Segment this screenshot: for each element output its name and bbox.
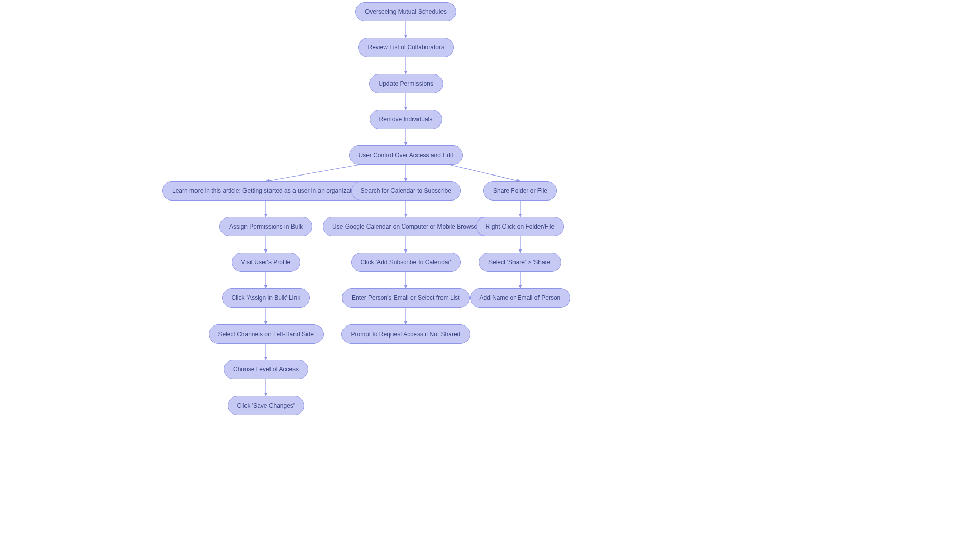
flowchart-node: Learn more in this article: Getting star… (162, 181, 370, 201)
flowchart-node: Click 'Save Changes' (228, 396, 305, 415)
flowchart-node: Prompt to Request Access if Not Shared (341, 324, 471, 344)
flowchart-node: Add Name or Email of Person (470, 288, 571, 308)
flowchart-node: Select 'Share' > 'Share' (479, 253, 561, 272)
flowchart-node: Right-Click on Folder/File (476, 217, 565, 236)
flowchart-node: Assign Permissions in Bulk (219, 217, 312, 236)
flowchart-edge (440, 163, 520, 181)
flowchart-edge (266, 163, 372, 181)
flowchart-node: Visit User's Profile (232, 253, 301, 272)
flowchart-node: Remove Individuals (370, 110, 443, 129)
flowchart-node: Click 'Add Subscribe to Calendar' (351, 253, 461, 272)
flowchart-node: Choose Level of Access (224, 360, 308, 379)
flowchart-node: Enter Person's Email or Select from List (342, 288, 470, 308)
flowchart-node: Select Channels on Left-Hand Side (209, 324, 324, 344)
flowchart-node: Search for Calendar to Subscribe (351, 181, 461, 201)
flowchart-node: Use Google Calendar on Computer or Mobil… (323, 217, 489, 236)
flowchart-node: User Control Over Access and Edit (349, 145, 463, 165)
flowchart-node: Overseeing Mutual Schedules (355, 2, 456, 21)
flowchart-node: Review List of Collaborators (358, 38, 454, 57)
flowchart-node: Update Permissions (369, 74, 443, 93)
flowchart-node: Click 'Assign in Bulk' Link (222, 288, 310, 308)
flowchart-node: Share Folder or File (483, 181, 557, 201)
